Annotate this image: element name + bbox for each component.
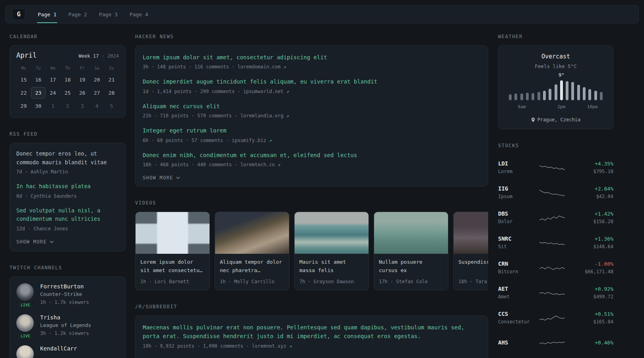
twitch-channel[interactable]: LIVEKendallCarr [16, 345, 119, 358]
video-thumbnail[interactable] [136, 212, 209, 254]
video-card[interactable]: Lorem ipsum dolor sit amet consectetu…1h… [135, 212, 210, 290]
calendar-day[interactable]: 15 [16, 74, 31, 86]
rss-item-title[interactable]: In hac habitasse platea [16, 182, 119, 191]
hackernews-item-source-link[interactable]: ipsumworld.net ↗ [243, 89, 289, 94]
calendar-day[interactable]: 25 [60, 87, 75, 99]
twitch-channel-name[interactable]: KendallCarr [40, 345, 77, 352]
video-title[interactable]: Nullam posuere cursus ex [379, 258, 443, 274]
video-card-body: Nullam posuere cursus ex17h · Stefan Col… [374, 254, 448, 290]
tab-page-2[interactable]: Page 2 [62, 6, 93, 23]
app-logo[interactable]: G [12, 8, 25, 20]
weather-hour-label: 6am [518, 104, 526, 109]
rss-item-meta: 8d · Cynthia Saunders [16, 193, 119, 200]
twitch-channel[interactable]: LIVETrishaLeague of Legends3h · 1.2k vie… [16, 314, 119, 337]
hackernews-item-title[interactable]: Integer eget rutrum lorem [143, 126, 481, 135]
calendar-day[interactable]: 24 [46, 87, 60, 99]
hackernews-item-title[interactable]: Aliquam nec cursus elit [143, 102, 481, 111]
calendar-day[interactable]: 28 [104, 87, 119, 99]
rss-item-title[interactable]: Sed volutpat nulla nisl, a condimentum n… [16, 206, 119, 224]
stock-ticker: CRN [498, 261, 539, 267]
calendar-day[interactable]: 2 [60, 100, 75, 112]
calendar-day[interactable]: 21 [104, 74, 119, 86]
calendar-day[interactable]: 16 [31, 74, 46, 86]
tab-page-3[interactable]: Page 3 [93, 6, 124, 23]
subreddit-post-item-source-link[interactable]: loremnet.xyz ↗ [252, 343, 292, 349]
calendar-day[interactable]: 3 [75, 100, 89, 112]
stock-row[interactable]: SNRCSit+1.36%$148.64 [498, 230, 613, 255]
stock-row[interactable]: CRNBitcorn-1.00%$66,171.48 [498, 255, 613, 280]
calendar-day-selected[interactable]: 23 [31, 87, 46, 99]
external-link-icon: ↗ [269, 138, 272, 143]
hackernews-item-source-link[interactable]: ipsumify.biz ↗ [232, 138, 272, 143]
weather-hour-label: 10pm [587, 104, 598, 109]
twitch-channel[interactable]: LIVEForrestBurtonCounter-Strike1h · 1.7k… [16, 283, 119, 306]
calendar-day[interactable]: 22 [16, 87, 31, 99]
calendar-day[interactable]: 20 [89, 74, 104, 86]
calendar-day-header: Mo [16, 64, 31, 72]
subreddit-post-item-title[interactable]: Maecenas mollis pulvinar erat non posuer… [143, 323, 481, 341]
stock-sparkline [539, 187, 565, 199]
calendar-day[interactable]: 30 [31, 100, 46, 112]
stock-change: -1.00% [585, 261, 613, 267]
stock-price: $165.84 [593, 318, 613, 325]
video-card[interactable]: Suspendisse diam18h · Tara [453, 212, 488, 290]
video-title[interactable]: Mauris sit amet massa felis [299, 258, 364, 274]
calendar-day[interactable]: 1 [46, 100, 60, 112]
hackernews-item-source-link[interactable]: loremlandia.org ↗ [241, 113, 289, 119]
calendar-day[interactable]: 29 [16, 100, 31, 112]
twitch-widget: TWITCH CHANNELS LIVEForrestBurtonCounter… [10, 265, 126, 358]
stock-row[interactable]: DBSDolor+1.42%$156.28 [498, 205, 613, 230]
rss-show-more-button[interactable]: SHOW MORE [16, 239, 119, 245]
stock-change: +1.42% [593, 211, 613, 217]
video-title[interactable]: Lorem ipsum dolor sit amet consectetu… [140, 258, 205, 274]
rss-item-title[interactable]: Donec tempor eros leo, ut commodo mauris… [16, 150, 119, 167]
twitch-avatar-wrap: LIVE [16, 283, 35, 306]
twitch-channel-name[interactable]: Trisha [40, 314, 91, 321]
video-card[interactable]: Nullam posuere cursus ex17h · Stefan Col… [374, 212, 448, 290]
hackernews-item-title[interactable]: Donec enim nibh, condimentum et accumsan… [143, 151, 481, 160]
rss-item-meta: 12d · Chance Jones [16, 225, 119, 232]
video-card[interactable]: Aliquam tempor dolor nec pharetra…1h · M… [215, 212, 289, 290]
tab-page-4[interactable]: Page 4 [124, 6, 154, 23]
hackernews-show-more-button[interactable]: SHOW MORE [143, 175, 481, 181]
twitch-channel-name[interactable]: ForrestBurton [40, 283, 89, 290]
hackernews-item-title[interactable]: Lorem ipsum dolor sit amet, consectetur … [143, 53, 481, 62]
video-thumbnail[interactable] [454, 212, 488, 254]
live-badge: LIVE [18, 333, 33, 339]
stock-row[interactable]: IIGIpsum+2.84%$42.04 [498, 180, 613, 205]
stock-values: +1.36%$148.64 [593, 236, 613, 250]
calendar-year: 2024 [107, 53, 119, 59]
video-thumbnail[interactable] [215, 212, 289, 254]
calendar-day-header: We [46, 64, 60, 72]
twitch-channels-card: LIVEForrestBurtonCounter-Strike1h · 1.7k… [10, 276, 126, 358]
avatar [16, 283, 34, 301]
calendar-day[interactable]: 17 [46, 74, 60, 86]
twitch-channel-meta: 3h · 1.2k viewers [40, 330, 91, 337]
stock-id: AHS [498, 339, 539, 347]
stock-sparkline [539, 312, 565, 324]
hackernews-item-source-link[interactable]: loremtech.co ↗ [241, 162, 281, 167]
hackernews-item-source-link[interactable]: loremdomain.com ↗ [237, 64, 286, 70]
stock-row[interactable]: AETAmet+0.92%$499.72 [498, 280, 613, 305]
stock-row[interactable]: LDILorem+4.35%$795.18 [498, 155, 613, 180]
hackernews-item-meta: 6h · 60 points · 57 comments · ipsumify.… [143, 137, 481, 144]
video-title[interactable]: Suspendisse diam [458, 258, 488, 274]
calendar-day[interactable]: 26 [75, 87, 89, 99]
hackernews-item-title[interactable]: Donec imperdiet augue tincidunt felis al… [143, 77, 481, 86]
weather-hour-bar [577, 85, 580, 100]
video-card[interactable]: Mauris sit amet massa felis7h · Grayson … [294, 212, 369, 290]
calendar-day[interactable]: 19 [75, 74, 89, 86]
hackernews-item-meta: 3h · 148 points · 116 comments · loremdo… [143, 63, 481, 70]
tab-page-1[interactable]: Page 1 [32, 6, 62, 23]
video-thumbnail[interactable] [374, 212, 448, 254]
stock-row[interactable]: CCSConsectetur+0.51%$165.84 [498, 305, 613, 331]
stock-row[interactable]: AHS+0.46% [498, 331, 613, 356]
hackernews-item-meta: 21h · 710 points · 579 comments · loreml… [143, 112, 481, 119]
video-title[interactable]: Aliquam tempor dolor nec pharetra… [220, 258, 284, 274]
calendar-day[interactable]: 27 [89, 87, 104, 99]
calendar-day[interactable]: 18 [60, 74, 75, 86]
calendar-day[interactable]: 4 [89, 100, 104, 112]
calendar-day[interactable]: 5 [104, 100, 119, 112]
video-thumbnail[interactable] [295, 212, 369, 254]
weather-hour-bar [520, 93, 523, 100]
